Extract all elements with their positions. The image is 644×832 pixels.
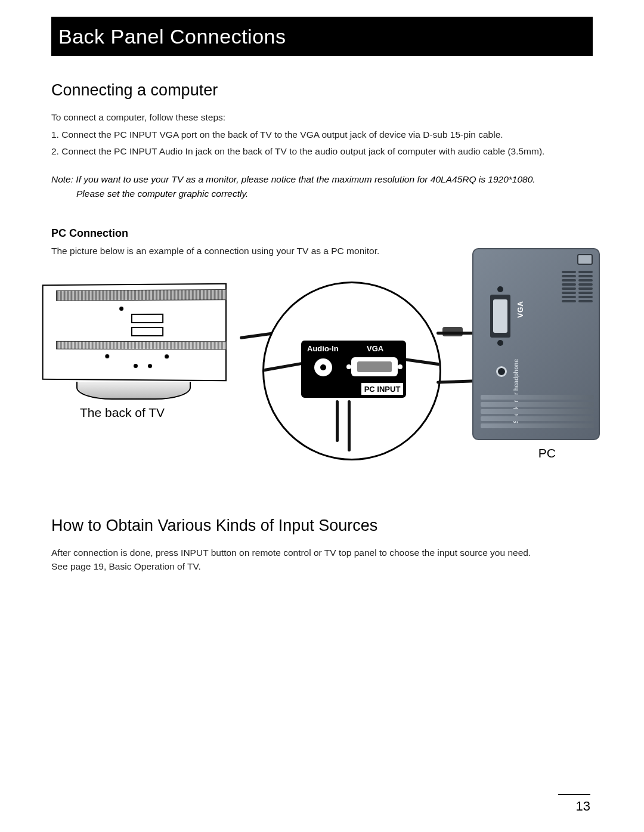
screw-icon <box>398 364 402 369</box>
vga-port-icon <box>351 357 398 376</box>
pc-vents <box>562 271 593 309</box>
tv-top-port-strip <box>56 289 227 301</box>
screw-icon <box>346 364 351 369</box>
step-2: 2. Connect the PC INPUT Audio In jack on… <box>51 144 593 158</box>
cable-segment <box>336 400 339 442</box>
screw-icon <box>497 340 503 346</box>
pc-power-icon <box>577 254 593 265</box>
pc-input-label: PC INPUT <box>361 382 404 395</box>
pc-input-panel: Audio-In VGA PC INPUT <box>301 341 406 398</box>
step-1: 1. Connect the PC INPUT VGA port on the … <box>51 128 593 141</box>
cable-segment <box>348 400 351 451</box>
audio-in-jack-icon <box>314 358 332 376</box>
page-title: Back Panel Connections <box>58 25 286 48</box>
connection-diagram: The back of TV Audio-In VGA PC INPUT <box>51 260 593 457</box>
tv-stand <box>76 382 191 400</box>
tv-slot <box>131 327 163 336</box>
manual-page: Back Panel Connections Connecting a comp… <box>0 0 644 832</box>
page-number: 13 <box>576 799 590 814</box>
pc-audio-jack-icon <box>496 366 507 377</box>
note-block: Note: If you want to use your TV as a mo… <box>51 172 593 201</box>
note-line-1: Note: If you want to use your TV as a mo… <box>51 172 593 187</box>
pc-label: PC <box>538 446 556 460</box>
pc-tower-illustration: VGA Speaker or headphone <box>472 248 600 440</box>
tv-screw-dots <box>44 284 225 286</box>
input-sources-body-2: See page 19, Basic Operation of TV. <box>51 559 593 573</box>
page-number-rule <box>558 794 590 795</box>
steps-list: 1. Connect the PC INPUT VGA port on the … <box>51 128 593 158</box>
pc-vga-port-icon <box>490 295 510 338</box>
tv-mid-port-strip <box>56 341 227 350</box>
input-sources-body-1: After connection is done, press INPUT bu… <box>51 546 593 559</box>
section-heading-connecting: Connecting a computer <box>51 81 593 100</box>
note-line-2: Please set the computer graphic correctl… <box>51 187 593 201</box>
zoom-circle: Audio-In VGA PC INPUT <box>262 282 441 460</box>
tv-frame <box>42 283 227 382</box>
audio-in-label: Audio-In <box>307 344 339 353</box>
section-input-sources: How to Obtain Various Kinds of Input Sou… <box>51 516 593 574</box>
tv-back-illustration: The back of TV <box>33 283 236 408</box>
tv-slot <box>131 314 163 323</box>
pc-expansion-slots <box>481 395 594 431</box>
subsection-heading-pc-connection: PC Connection <box>51 227 593 240</box>
page-title-banner: Back Panel Connections <box>51 17 593 56</box>
vga-label: VGA <box>367 344 383 353</box>
cable-segment <box>401 357 441 367</box>
section-heading-input-sources: How to Obtain Various Kinds of Input Sou… <box>51 516 593 535</box>
tv-back-label: The back of TV <box>80 406 165 420</box>
cable-segment <box>262 361 305 372</box>
pc-vga-label: VGA <box>516 301 525 318</box>
intro-text: To connect a computer, follow these step… <box>51 110 593 124</box>
screw-icon <box>497 286 503 292</box>
